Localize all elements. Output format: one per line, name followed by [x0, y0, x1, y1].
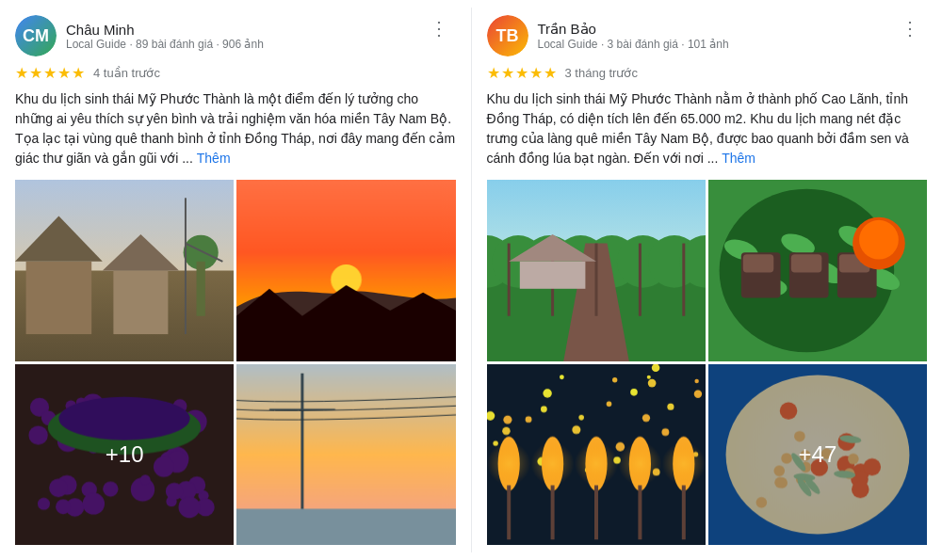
photo-canvas-1-1 — [15, 180, 234, 361]
avatar-1[interactable]: CM — [15, 15, 57, 56]
more-link-1[interactable]: Thêm — [197, 151, 231, 166]
time-ago-2: 3 tháng trước — [565, 66, 638, 80]
review-header-2: TB Trần Bảo Local Guide · 3 bài đánh giá… — [487, 15, 928, 56]
photo-cell-2-3[interactable] — [487, 364, 706, 546]
stars-2: ★★★★★ — [487, 64, 558, 82]
reviewer-name-2[interactable]: Trần Bảo — [538, 21, 729, 38]
photo-cell-1-2[interactable] — [236, 180, 455, 361]
rating-row-2: ★★★★★ 3 tháng trước — [487, 64, 928, 82]
reviewer-info-2: TB Trần Bảo Local Guide · 3 bài đánh giá… — [487, 15, 729, 56]
reviewer-details-2: Trần Bảo Local Guide · 3 bài đánh giá · … — [538, 21, 729, 51]
photos-grid-2: +47 — [487, 180, 928, 545]
more-options-btn-2[interactable]: ⋮ — [893, 15, 927, 41]
review-header-1: CM Châu Minh Local Guide · 89 bài đánh g… — [15, 15, 456, 56]
review-text-1: Khu du lịch sinh thái Mỹ Phước Thành là … — [15, 89, 456, 168]
avatar-img-2: TB — [487, 15, 528, 56]
review-body-1: Khu du lịch sinh thái Mỹ Phước Thành là … — [15, 91, 455, 166]
photo-overlay-2-4: +47 — [708, 364, 927, 546]
photo-overlay-1-3: +10 — [15, 364, 234, 546]
reviewer-info-1: CM Châu Minh Local Guide · 89 bài đánh g… — [15, 15, 264, 56]
photo-canvas-1-2 — [236, 180, 455, 361]
rating-row-1: ★★★★★ 4 tuần trước — [15, 64, 456, 82]
reviews-container: CM Châu Minh Local Guide · 89 bài đánh g… — [0, 0, 942, 560]
review-panel-2: TB Trần Bảo Local Guide · 3 bài đánh giá… — [472, 0, 943, 560]
more-link-2[interactable]: Thêm — [722, 151, 755, 166]
photo-cell-2-1[interactable] — [487, 180, 706, 361]
photo-canvas-2-2 — [708, 180, 927, 361]
stars-1: ★★★★★ — [15, 64, 86, 82]
reviewer-details-1: Châu Minh Local Guide · 89 bài đánh giá … — [66, 22, 264, 51]
photo-cell-2-4[interactable]: +47 — [708, 364, 927, 546]
time-ago-1: 4 tuần trước — [93, 66, 160, 80]
photo-cell-2-2[interactable] — [708, 180, 927, 361]
avatar-2[interactable]: TB — [487, 15, 528, 56]
photo-canvas-1-4 — [236, 364, 455, 546]
photo-cell-1-4[interactable] — [236, 364, 455, 546]
reviewer-meta-1: Local Guide · 89 bài đánh giá · 906 ảnh — [66, 38, 264, 51]
photos-grid-1: +10 — [15, 180, 456, 545]
reviewer-meta-2: Local Guide · 3 bài đánh giá · 101 ảnh — [538, 38, 729, 51]
review-panel-1: CM Châu Minh Local Guide · 89 bài đánh g… — [0, 0, 471, 560]
photo-cell-1-1[interactable] — [15, 180, 234, 361]
review-text-2: Khu du lịch sinh thái Mỹ Phước Thành nằm… — [487, 89, 928, 168]
photo-canvas-2-1 — [487, 180, 706, 361]
photo-cell-1-3[interactable]: +10 — [15, 364, 234, 546]
review-body-2: Khu du lịch sinh thái Mỹ Phước Thành nằm… — [487, 91, 909, 166]
more-options-btn-1[interactable]: ⋮ — [422, 15, 456, 41]
photo-canvas-2-3 — [487, 364, 706, 546]
avatar-img-1: CM — [15, 15, 57, 56]
reviewer-name-1[interactable]: Châu Minh — [66, 22, 264, 38]
